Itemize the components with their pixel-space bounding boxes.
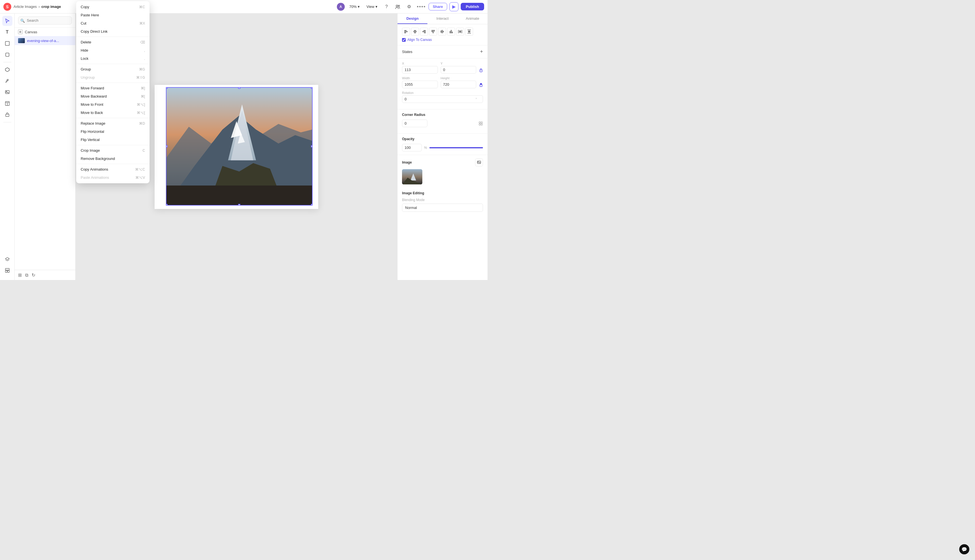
breadcrumb-parent[interactable]: Article Images (13, 5, 37, 9)
collaborators-icon[interactable] (393, 2, 402, 11)
ctx-paste-here[interactable]: Paste Here (76, 11, 150, 19)
help-button[interactable]: ? (382, 2, 391, 11)
resize-handle-bl[interactable] (166, 204, 168, 205)
table-tool[interactable] (2, 98, 12, 108)
align-right-button[interactable] (420, 28, 428, 35)
align-top-button[interactable] (429, 28, 437, 35)
ctx-move-to-back[interactable]: Move to Back ⌘⌥[ (76, 108, 150, 117)
ctx-copy-animations-shortcut: ⌘⌥C (135, 167, 145, 172)
preview-button[interactable]: ▶ (449, 2, 458, 11)
search-input[interactable] (18, 17, 72, 25)
ctx-move-backward[interactable]: Move Backward ⌘[ (76, 92, 150, 100)
resize-handle-ml[interactable] (166, 145, 168, 147)
image-replace-button[interactable] (475, 158, 483, 167)
search-container: 🔍 (15, 13, 75, 28)
svg-rect-40 (452, 32, 453, 33)
ctx-copy-shortcut: ⌘C (139, 5, 145, 9)
ctx-move-to-front[interactable]: Move to Front ⌘⌥] (76, 100, 150, 108)
corner-radius-input[interactable] (402, 120, 427, 127)
tab-interact[interactable]: Interact (427, 13, 457, 24)
align-to-canvas-input[interactable] (402, 38, 406, 42)
ctx-group[interactable]: Group ⌘G (76, 65, 150, 73)
publish-button[interactable]: Publish (461, 3, 484, 10)
zoom-control[interactable]: 70% ▾ (347, 3, 362, 10)
ctx-lock-shortcut: . (144, 57, 145, 61)
ctx-flip-horizontal[interactable]: Flip Horizontal (76, 127, 150, 136)
frame-tool[interactable] (2, 38, 12, 48)
resize-handle-br[interactable] (311, 204, 312, 205)
blending-mode-select[interactable]: Normal Multiply Screen Overlay (402, 203, 483, 212)
opacity-slider[interactable] (429, 147, 483, 148)
corner-radius-expand-button[interactable] (479, 121, 483, 126)
resize-handle-tl[interactable] (166, 87, 168, 89)
ctx-copy-direct-link[interactable]: Copy Direct Link (76, 27, 150, 35)
align-left-button[interactable] (402, 28, 410, 35)
assets-tool[interactable] (2, 265, 12, 275)
settings-icon[interactable]: ⚙ (404, 2, 414, 11)
text-tool[interactable]: T (2, 27, 12, 37)
position-lock-button[interactable] (479, 67, 483, 73)
resize-handle-tm[interactable] (238, 87, 240, 89)
svg-point-0 (396, 5, 398, 7)
ctx-remove-background[interactable]: Remove Background (76, 155, 150, 163)
avatar[interactable]: A (337, 3, 345, 11)
image-editing-section: Image Editing Blending Mode Normal Multi… (397, 188, 488, 215)
ctx-hide[interactable]: Hide , (76, 46, 150, 54)
ctx-move-backward-shortcut: ⌘[ (141, 95, 145, 98)
size-lock-button[interactable] (479, 82, 483, 88)
ctx-copy-label: Copy (81, 5, 89, 9)
svg-rect-10 (6, 114, 9, 117)
view-chevron-icon: ▾ (376, 5, 377, 9)
app-logo[interactable]: S (3, 3, 11, 11)
resize-handle-mr[interactable] (311, 145, 312, 147)
resize-handle-tr[interactable] (311, 87, 312, 89)
ctx-cut[interactable]: Cut ⌘X (76, 19, 150, 27)
image-thumbnail-icon (18, 38, 25, 43)
distribute-h-button[interactable] (456, 28, 464, 35)
align-center-h-button[interactable] (411, 28, 419, 35)
rotation-input[interactable] (402, 95, 483, 103)
plugin-tool[interactable] (2, 110, 12, 120)
topbar: S Article Images › crop image A 70% ▾ Vi… (0, 0, 488, 13)
selected-image[interactable]: A (166, 87, 312, 205)
layers-item-canvas[interactable]: ⊞ Canvas (15, 28, 75, 36)
ctx-copy-animations[interactable]: Copy Animations ⌘⌥C (76, 165, 150, 173)
view-menu[interactable]: View ▾ (364, 3, 380, 10)
share-button[interactable]: Share (429, 3, 447, 10)
pen-tool[interactable] (2, 76, 12, 86)
shape-tool[interactable] (2, 50, 12, 60)
ctx-delete[interactable]: Delete ⌫ (76, 38, 150, 46)
ctx-replace-image[interactable]: Replace Image ⌘D (76, 119, 150, 127)
ctx-lock[interactable]: Lock . (76, 54, 150, 63)
ctx-crop-image[interactable]: Crop Image C (76, 146, 150, 155)
distribute-v-button[interactable] (465, 28, 473, 35)
components-tool[interactable] (2, 65, 12, 75)
add-frame-button[interactable]: ⊞ (18, 272, 22, 278)
ctx-move-forward[interactable]: Move Forward ⌘] (76, 84, 150, 92)
width-input[interactable] (402, 81, 438, 88)
ctx-paste-animations: Paste Animations ⌘⌥V (76, 173, 150, 182)
resize-handle-bm[interactable] (238, 204, 240, 205)
align-to-canvas-checkbox[interactable]: Align To Canvas (402, 38, 483, 42)
image-tool[interactable] (2, 87, 12, 97)
height-input[interactable] (441, 81, 476, 88)
refresh-button[interactable]: ↻ (32, 272, 35, 278)
svg-rect-52 (481, 122, 482, 123)
tab-animate[interactable]: Animate (457, 13, 488, 24)
align-bottom-button[interactable] (447, 28, 455, 35)
grid-icon[interactable] (417, 6, 425, 7)
align-center-v-button[interactable] (438, 28, 446, 35)
duplicate-button[interactable]: ⧉ (25, 273, 28, 278)
ctx-copy[interactable]: Copy ⌘C (76, 3, 150, 11)
select-tool[interactable] (2, 16, 12, 26)
tab-design[interactable]: Design (397, 13, 427, 24)
ctx-delete-label: Delete (81, 40, 92, 44)
y-input[interactable] (441, 66, 476, 73)
x-input[interactable] (402, 66, 438, 73)
layers-item-image[interactable]: evening-view-of-a... (15, 36, 75, 45)
svg-rect-3 (6, 53, 9, 57)
ctx-flip-vertical[interactable]: Flip Vertical (76, 136, 150, 144)
layers-tool[interactable] (2, 254, 12, 264)
add-state-button[interactable]: + (480, 49, 483, 55)
opacity-input[interactable] (402, 144, 422, 152)
